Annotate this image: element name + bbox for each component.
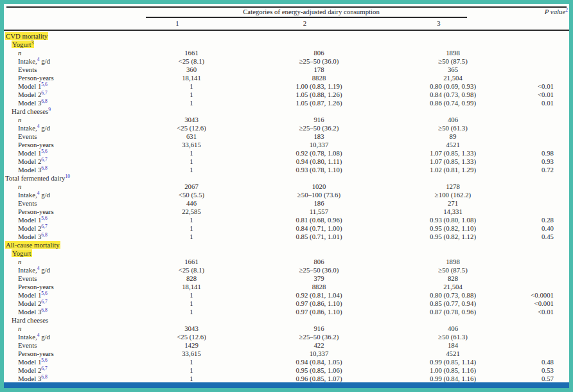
- cell-p-value: <0.001: [524, 299, 569, 308]
- table-row: n16618061898: [4, 258, 569, 266]
- cell-category-1: 33,615: [127, 350, 256, 358]
- column-header-2: 2: [242, 19, 368, 28]
- cell-category-2: 11,557: [256, 208, 382, 216]
- row-label-text: Model 3: [18, 308, 41, 316]
- row-label: Model 36,8: [4, 308, 127, 316]
- cell-category-2: 183: [256, 132, 382, 141]
- row-label: Model 36,8: [4, 99, 127, 107]
- header-bottom-rule: [4, 30, 569, 31]
- cell-p-value: <0.01: [524, 82, 569, 91]
- footnote-link[interactable]: 6,7: [41, 90, 47, 96]
- cell-category-2: 379: [256, 274, 382, 283]
- table-header: Categories of energy-adjusted dairy cons…: [4, 4, 569, 31]
- category-column-headers: 1 2 3: [4, 19, 569, 28]
- cell-category-3: 4521: [382, 141, 524, 149]
- cell-category-2: [243, 32, 369, 40]
- cell-category-3: 0.80 (0.73, 0.88): [382, 291, 524, 299]
- cell-category-3: [369, 241, 511, 249]
- cell-category-3: [369, 32, 511, 40]
- footnote-link[interactable]: 6,8: [41, 374, 47, 380]
- row-label: Person-years: [4, 141, 127, 149]
- footnote-link[interactable]: 6,8: [41, 307, 47, 313]
- row-label: Intake,4 g/d: [4, 266, 127, 274]
- cell-p-value: 0.72: [524, 166, 569, 174]
- cell-p-value: [524, 199, 569, 208]
- row-label-text: Model 1: [18, 291, 41, 299]
- cell-category-1: [121, 107, 249, 116]
- row-label: Yogurt3: [4, 40, 121, 49]
- cell-p-value: [524, 183, 569, 191]
- cell-category-1: 1: [127, 224, 256, 233]
- cell-category-3: 0.80 (0.69, 0.93): [382, 82, 524, 91]
- cell-category-2: 916: [256, 325, 382, 333]
- cell-category-3: 21,504: [382, 283, 524, 291]
- footnote-link[interactable]: 6,7: [41, 299, 47, 305]
- footnote-link[interactable]: 5,6: [41, 290, 47, 296]
- cell-category-2: 0.84 (0.71, 1.00): [256, 224, 382, 233]
- footnote-link[interactable]: 6,8: [41, 165, 47, 171]
- cell-category-3: 406: [382, 116, 524, 124]
- footnote-link[interactable]: 6,7: [41, 157, 47, 163]
- table-row: Model 36,810.85 (0.71, 1.01)0.95 (0.82, …: [4, 233, 569, 241]
- cell-category-3: 1898: [382, 258, 524, 266]
- row-label-text: Intake,: [18, 333, 37, 341]
- table-row: Hard cheeses9: [4, 107, 569, 116]
- cell-category-3: 1898: [382, 49, 524, 57]
- cell-category-1: [114, 241, 243, 249]
- cell-category-3: ≥50 (61.3): [382, 124, 524, 132]
- table-row: Model 15,610.94 (0.84, 1.05)0.99 (0.85, …: [4, 358, 569, 366]
- footnote-link[interactable]: 5,6: [41, 357, 47, 363]
- footnote-link[interactable]: 6,8: [41, 98, 47, 104]
- cell-category-2: 806: [256, 258, 382, 266]
- footnote-link[interactable]: 6,7: [41, 224, 47, 229]
- cell-category-1: 1: [127, 82, 256, 91]
- cell-category-1: [121, 249, 249, 258]
- table-row: Intake,4 g/d<25 (12.6)≥25–50 (36.2)≥50 (…: [4, 124, 569, 132]
- table-row: n3043916406: [4, 116, 569, 124]
- row-label: n: [4, 258, 127, 266]
- cell-category-1: 22,585: [127, 208, 256, 216]
- row-label: Person-years: [4, 74, 127, 82]
- footnote-link[interactable]: 5,6: [41, 148, 47, 154]
- footnote-link[interactable]: 6,7: [41, 366, 47, 371]
- footnote-link[interactable]: 9: [48, 107, 51, 112]
- spanner-rule: [146, 17, 467, 18]
- row-label: Intake,4 g/d: [4, 57, 127, 66]
- row-label: Hard cheeses9: [4, 107, 121, 116]
- row-label-text: Person-years: [18, 208, 54, 215]
- p-value-footnote-link[interactable]: 2: [565, 7, 568, 13]
- row-label-text: Model 3: [18, 166, 41, 174]
- table-row: Events63118389: [4, 132, 569, 141]
- table-row: Events1429422184: [4, 341, 569, 350]
- row-label-text: Model 1: [18, 358, 41, 366]
- column-header-3: 3: [368, 19, 509, 28]
- cell-category-1: 1: [127, 157, 256, 166]
- table-row: All-cause mortality: [4, 241, 569, 249]
- footnote-link[interactable]: 6,8: [41, 232, 47, 238]
- cell-category-2: 178: [256, 66, 382, 74]
- row-label-text: Model 3: [18, 233, 41, 240]
- cell-p-value: 0.93: [524, 157, 569, 166]
- row-label: n: [4, 183, 127, 191]
- header-spacer: [4, 19, 113, 28]
- cell-category-1: 446: [127, 199, 256, 208]
- cell-category-3: ≥100 (162.2): [382, 191, 524, 199]
- cell-category-3: 1.00 (0.85, 1.16): [382, 366, 524, 375]
- cell-category-3: 0.93 (0.80, 1.08): [382, 216, 524, 224]
- table-row: Model 26,710.95 (0.85, 1.06)1.00 (0.85, …: [4, 366, 569, 375]
- cell-category-3: 0.95 (0.82, 1.12): [382, 233, 524, 241]
- row-label-text: Model 3: [18, 99, 41, 107]
- footnote-link[interactable]: 5,6: [41, 215, 47, 221]
- cell-p-value: [524, 132, 569, 141]
- row-label-text: n: [18, 49, 21, 57]
- cell-category-1: <25 (8.1): [127, 57, 256, 66]
- table-row: Model 26,710.97 (0.86, 1.10)0.85 (0.77, …: [4, 299, 569, 308]
- row-label: Person-years: [4, 208, 127, 216]
- cell-category-3: 1.07 (0.85, 1.33): [382, 149, 524, 157]
- footnote-link[interactable]: 10: [65, 174, 70, 179]
- cell-category-2: 0.85 (0.71, 1.01): [256, 233, 382, 241]
- cell-p-value: [524, 350, 569, 358]
- footnote-link[interactable]: 5,6: [41, 82, 47, 87]
- paper-table: Categories of energy-adjusted dairy cons…: [4, 4, 569, 388]
- cell-category-3: 406: [382, 325, 524, 333]
